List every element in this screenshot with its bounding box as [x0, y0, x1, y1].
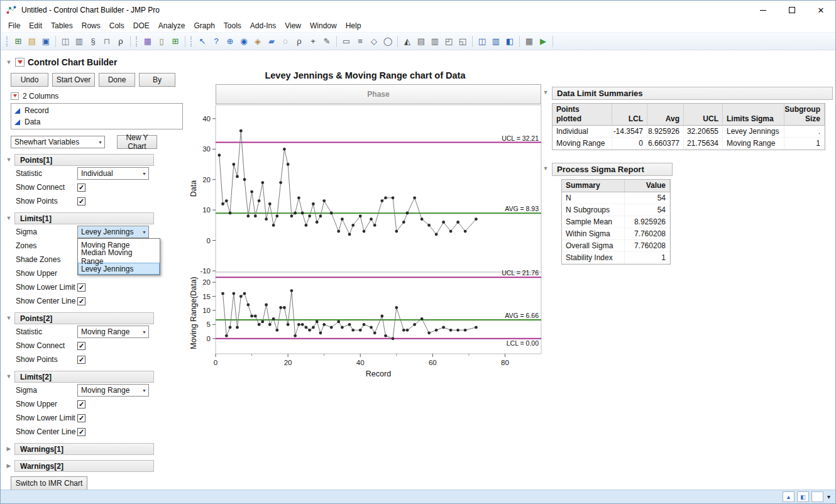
paste-icon[interactable]: ▥ [73, 35, 85, 48]
row-state-icon[interactable]: ▤ [415, 35, 427, 48]
column-item[interactable]: Record [14, 105, 179, 116]
toolbar-grip[interactable] [6, 36, 9, 47]
section-title-bar[interactable]: Warnings[1] [14, 443, 154, 455]
process-sigma-report-header[interactable]: Process Sigma Report [552, 163, 673, 176]
copy-icon[interactable]: ◫ [59, 35, 72, 48]
start-over-button[interactable]: Start Over [52, 73, 95, 87]
annotate-tool-icon[interactable]: ≡ [354, 35, 366, 48]
data-limit-summaries-header[interactable]: Data Limit Summaries [552, 87, 833, 100]
switch-to-imr-button[interactable]: Switch to IMR Chart [11, 476, 87, 490]
menu-file[interactable]: File [4, 20, 25, 31]
outline-open-icon[interactable]: ▼ [6, 374, 12, 380]
toolbar-grip[interactable] [190, 36, 193, 47]
checkbox-show-center-line[interactable]: ✓ [77, 297, 85, 305]
globe-tool-icon[interactable]: ◉ [238, 35, 250, 48]
scroll-top-icon[interactable]: ▲ [783, 491, 795, 502]
outline-closed-icon[interactable]: ▶ [6, 446, 12, 452]
summary-table-icon[interactable]: ▦ [523, 35, 536, 48]
lock-icon[interactable]: ⊓ [101, 35, 113, 48]
combo-sigma[interactable]: Levey Jennings▼ [77, 226, 149, 238]
text-tool-icon[interactable]: ▭ [340, 35, 353, 48]
journal-icon[interactable]: § [87, 35, 99, 48]
minimize-button[interactable] [749, 1, 778, 19]
data-limit-summaries-outline-icon[interactable]: ▼ [542, 90, 549, 96]
checkbox-show-center-line[interactable]: ✓ [77, 428, 85, 436]
checkbox-show-connect[interactable]: ✓ [77, 184, 85, 192]
menu-tables[interactable]: Tables [47, 20, 77, 31]
join-tables-icon[interactable]: ◧ [503, 35, 516, 48]
undo-button[interactable]: Undo [11, 73, 48, 87]
window-grid-icon[interactable]: ▦ [141, 35, 154, 48]
section-title-bar[interactable]: Points[2] [14, 312, 154, 324]
chart-type-dropdown[interactable]: Shewhart Variables ▼ [11, 136, 105, 148]
zoom-tool-icon[interactable]: ρ [293, 35, 305, 48]
help-tool-icon[interactable]: ? [210, 35, 223, 48]
outline-open-icon[interactable]: ▼ [6, 157, 12, 163]
split-columns-icon[interactable]: ◫ [476, 35, 488, 48]
combo-sigma[interactable]: Moving Range▼ [77, 384, 149, 397]
stack-columns-icon[interactable]: ▥ [490, 35, 502, 48]
outline-open-icon[interactable]: ▼ [6, 216, 12, 221]
status-chevron-icon[interactable]: ▾ [827, 493, 830, 500]
menu-tools[interactable]: Tools [219, 20, 246, 31]
done-button[interactable]: Done [99, 73, 135, 87]
checkbox-show-lower-limit[interactable]: ✓ [77, 414, 85, 422]
plus-tool-icon[interactable]: + [307, 35, 319, 48]
by-button[interactable]: By [139, 73, 175, 87]
outline-open-icon[interactable]: ▼ [6, 60, 12, 65]
brush-tool-icon[interactable]: ▰ [265, 35, 278, 48]
column-item[interactable]: Data [14, 116, 179, 128]
save-icon[interactable]: ▣ [40, 35, 52, 48]
columns-red-triangle-icon[interactable] [11, 92, 19, 100]
checkbox-show-points[interactable]: ✓ [77, 356, 85, 364]
checkbox-show-points[interactable]: ✓ [77, 197, 85, 205]
toolbar-grip[interactable] [136, 36, 138, 47]
section-title-bar[interactable]: Warnings[2] [14, 460, 154, 472]
combo-statistic[interactable]: Individual▼ [77, 167, 149, 180]
dropdown-option[interactable]: Median Moving Range [78, 251, 160, 263]
section-title-bar[interactable]: Limits[1] [14, 212, 154, 224]
control-chart-plot[interactable]: UCL = 32.21AVG = 8.93403020100-10DataUCL… [189, 105, 551, 379]
checkbox-show-lower-limit[interactable]: ✓ [77, 283, 85, 292]
pencil-tool-icon[interactable]: ✎ [321, 35, 333, 48]
grabber-tool-icon[interactable]: ◈ [251, 35, 264, 48]
oval-tool-icon[interactable]: ◯ [382, 35, 394, 48]
run-script-icon[interactable]: ▶ [537, 35, 549, 48]
open-icon[interactable]: ▤ [26, 35, 38, 48]
window-layout-icon[interactable]: ◧ [797, 491, 809, 502]
menu-window[interactable]: Window [305, 20, 341, 31]
menu-doe[interactable]: DOE [129, 20, 154, 31]
menu-view[interactable]: View [280, 20, 305, 31]
maximize-button[interactable] [778, 1, 806, 19]
phase-header[interactable]: Phase [216, 84, 541, 104]
add-table-icon[interactable]: ⊞ [169, 35, 182, 48]
menu-cols[interactable]: Cols [105, 20, 129, 31]
section-title-bar[interactable]: Points[1] [14, 154, 154, 166]
columns-list[interactable]: RecordData [11, 103, 183, 129]
menu-graph[interactable]: Graph [189, 20, 219, 31]
menu-analyze[interactable]: Analyze [154, 20, 190, 31]
menu-rows[interactable]: Rows [77, 20, 105, 31]
lasso-tool-icon[interactable]: ◌ [279, 35, 292, 48]
search-icon[interactable]: ρ [114, 35, 127, 48]
outline-closed-icon[interactable]: ▶ [6, 463, 12, 469]
new-y-chart-button[interactable]: New Y Chart [117, 135, 157, 149]
close-button[interactable]: ✕ [806, 1, 835, 19]
red-triangle-menu-icon[interactable] [15, 58, 25, 67]
process-sigma-outline-icon[interactable]: ▼ [542, 166, 549, 172]
menu-edit[interactable]: Edit [25, 20, 47, 31]
checkbox-show-connect[interactable]: ✓ [77, 342, 85, 350]
menu-help[interactable]: Help [341, 20, 366, 31]
data-view-icon[interactable]: ◰ [443, 35, 455, 48]
new-data-table-icon[interactable]: ⊞ [12, 35, 25, 48]
arrow-tool-icon[interactable]: ↖ [196, 35, 209, 48]
clipboard-icon[interactable]: ▯ [155, 35, 168, 48]
exclude-icon[interactable]: ◭ [401, 35, 414, 48]
combo-statistic[interactable]: Moving Range▼ [77, 326, 149, 338]
checkbox-show-upper[interactable]: ✓ [77, 400, 85, 408]
blank-status-icon[interactable] [811, 491, 823, 502]
window-view-icon[interactable]: ◱ [456, 35, 469, 48]
outline-open-icon[interactable]: ▼ [6, 315, 12, 321]
section-title-bar[interactable]: Limits[2] [14, 371, 154, 383]
column-info-icon[interactable]: ▥ [429, 35, 441, 48]
